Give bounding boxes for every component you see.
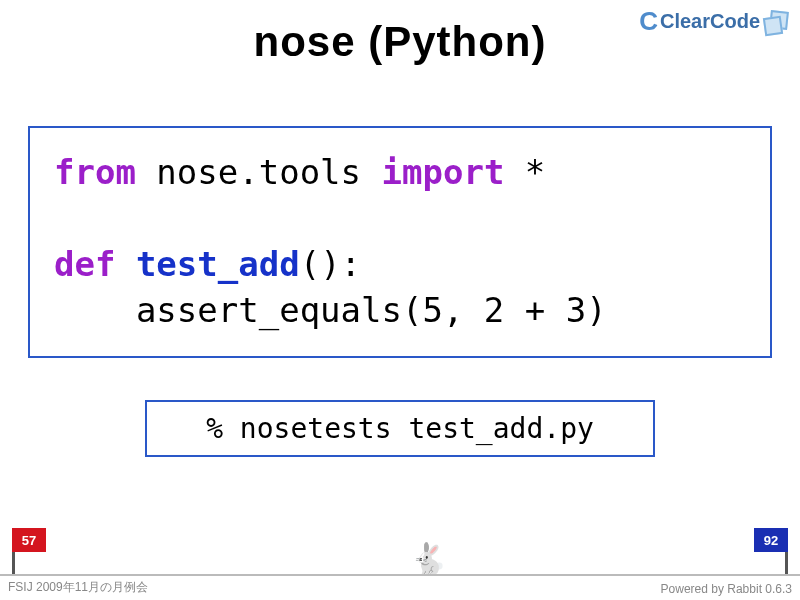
- footer-event: FSIJ 2009年11月の月例会: [8, 579, 148, 596]
- page-flag-total: 92: [754, 528, 788, 552]
- keyword-import: import: [382, 152, 505, 192]
- command-text: % nosetests test_add.py: [206, 412, 594, 445]
- keyword-from: from: [54, 152, 136, 192]
- logo-text: ClearCode: [660, 10, 760, 33]
- code-text: ():: [300, 244, 361, 284]
- slide: C ClearCode nose (Python) from nose.tool…: [0, 0, 800, 600]
- keyword-def: def: [54, 244, 136, 284]
- rabbit-icon: 🐇: [410, 544, 447, 574]
- page-flag-current: 57: [12, 528, 46, 552]
- code-text: assert_equals(5, 2 + 3): [54, 290, 607, 330]
- clearcode-logo: C ClearCode: [639, 6, 786, 37]
- flag-number: 57: [22, 533, 36, 548]
- logo-letter-c-icon: C: [639, 6, 658, 37]
- code-block: from nose.tools import * def test_add():…: [28, 126, 772, 358]
- code-text: nose.tools: [136, 152, 382, 192]
- flag-number: 92: [764, 533, 778, 548]
- code-text: *: [504, 152, 545, 192]
- footer-divider: [0, 574, 800, 576]
- footer-credit: Powered by Rabbit 0.6.3: [661, 582, 792, 596]
- logo-squares-icon: [764, 11, 786, 33]
- command-block: % nosetests test_add.py: [145, 400, 655, 457]
- function-name: test_add: [136, 244, 300, 284]
